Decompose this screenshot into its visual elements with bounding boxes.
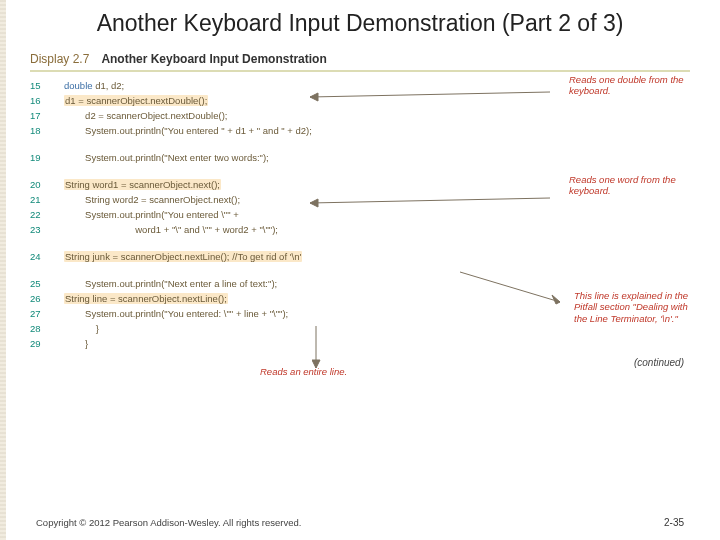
code-text: System.out.println("Next enter two words… [64,152,269,163]
arrow-icon [310,196,560,210]
code-line: 24 String junk = scannerObject.nextLine(… [30,249,690,264]
line-number: 26 [30,293,64,304]
code-line [30,138,690,150]
code-text: d1 = scannerObject.nextDouble(); [64,95,208,106]
display-box: Display 2.7 Another Keyboard Input Demon… [30,50,690,351]
code-text: String word2 = scannerObject.next(); [64,194,240,205]
annotation-word: Reads one word from the keyboard. [569,174,694,198]
code-text: } [64,338,88,349]
decorative-stripe [0,0,6,540]
line-number: 24 [30,251,64,262]
svg-line-0 [310,92,550,97]
code-line: 25 System.out.println("Next enter a line… [30,276,690,291]
code-line [30,264,690,276]
line-number: 29 [30,338,64,349]
svg-marker-1 [310,93,318,101]
line-number: 27 [30,308,64,319]
line-number: 22 [30,209,64,220]
line-number: 19 [30,152,64,163]
copyright: Copyright © 2012 Pearson Addison-Wesley.… [36,517,301,528]
display-header: Display 2.7 Another Keyboard Input Demon… [30,50,690,70]
line-number: 25 [30,278,64,289]
slide-title: Another Keyboard Input Demonstration (Pa… [0,0,720,42]
code-line: 18 System.out.println("You entered " + d… [30,123,690,138]
page-number: 2-35 [664,517,684,528]
line-number: 23 [30,224,64,235]
line-number: 15 [30,80,64,91]
arrow-icon [310,90,560,104]
svg-marker-7 [312,360,320,368]
line-number: 16 [30,95,64,106]
code-line: 19 System.out.println("Next enter two wo… [30,150,690,165]
code-text: word1 + "\" and \"" + word2 + "\""); [64,224,278,235]
code-text: System.out.println("You entered \"" + [64,209,239,220]
code-line: 17 d2 = scannerObject.nextDouble(); [30,108,690,123]
code-text: } [64,323,99,334]
svg-marker-3 [310,199,318,207]
arrow-icon [460,268,570,308]
line-number: 20 [30,179,64,190]
arrow-icon [312,324,352,374]
annotation-double: Reads one double from the keyboard. [569,74,694,98]
line-number: 28 [30,323,64,334]
code-listing: Reads one double from the keyboard. Read… [30,78,690,351]
code-line: 29 } [30,336,690,351]
svg-line-4 [460,272,560,302]
display-heading: Another Keyboard Input Demonstration [101,52,326,66]
code-text: System.out.println("You entered " + d1 +… [64,125,312,136]
divider [30,70,690,72]
code-text: System.out.println("You entered: \"" + l… [64,308,288,319]
slide: { "title": "Another Keyboard Input Demon… [0,0,720,540]
line-number: 18 [30,125,64,136]
code-text: d2 = scannerObject.nextDouble(); [64,110,227,121]
svg-line-2 [310,198,550,203]
code-text: String line = scannerObject.nextLine(); [64,293,228,304]
display-label: Display 2.7 [30,52,89,66]
line-number: 17 [30,110,64,121]
code-line: 23 word1 + "\" and \"" + word2 + "\""); [30,222,690,237]
code-line [30,237,690,249]
code-text: String word1 = scannerObject.next(); [64,179,221,190]
code-text: System.out.println("Next enter a line of… [64,278,277,289]
annotation-junk: This line is explained in the Pitfall se… [574,290,694,326]
code-text: String junk = scannerObject.nextLine(); … [64,251,302,262]
code-text: double d1, d2; [64,80,124,91]
line-number: 21 [30,194,64,205]
